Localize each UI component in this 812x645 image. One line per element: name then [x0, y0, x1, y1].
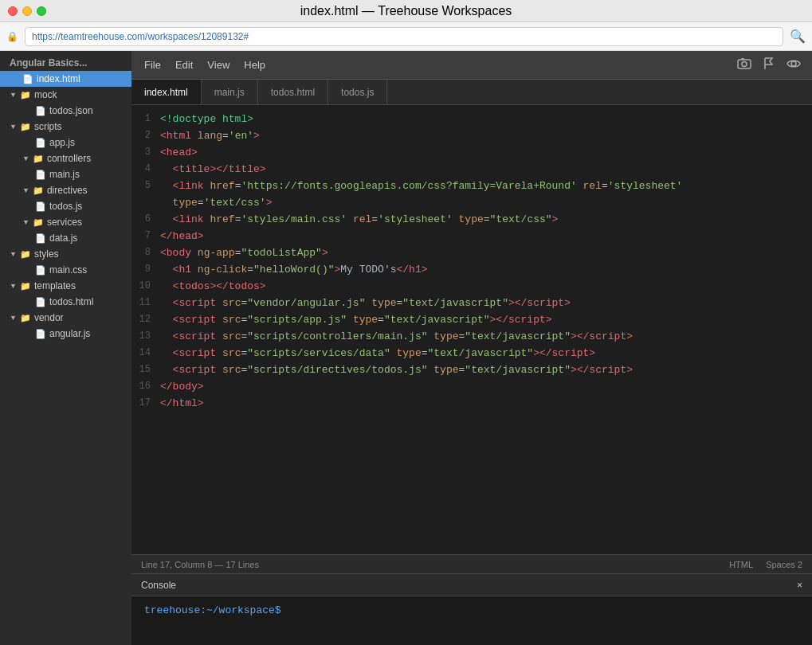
file-icon: 📄: [35, 170, 46, 180]
tab-todos-js[interactable]: todos.js: [328, 80, 387, 104]
sidebar-label: main.js: [49, 169, 80, 180]
console-prompt: treehouse:~/workspace$: [144, 604, 281, 616]
line-number: 12: [131, 312, 160, 327]
url-text: https://teamtreehouse.com/workspaces/120…: [32, 31, 249, 42]
file-menu[interactable]: File: [138, 56, 167, 74]
sidebar-label: main.css: [49, 264, 87, 276]
preview-icon[interactable]: [782, 55, 806, 76]
spaces-indicator: Spaces 2: [766, 560, 802, 569]
code-content: <script src="vendor/angular.js" type="te…: [160, 295, 812, 312]
help-menu[interactable]: Help: [237, 56, 272, 74]
code-line: 17 </html>: [131, 396, 812, 412]
code-line: 9 <h1 ng-click="helloWord()">My TODO's</…: [131, 262, 812, 279]
view-menu[interactable]: View: [201, 56, 236, 74]
code-content: <link href='https://fonts.googleapis.com…: [160, 178, 812, 212]
sidebar-item-index-html[interactable]: 📄 index.html: [0, 71, 131, 87]
sidebar-label: data.js: [49, 233, 77, 244]
file-icon: 📄: [35, 106, 46, 116]
tab-label: todos.js: [341, 87, 374, 98]
sidebar-label: mock: [34, 89, 57, 100]
file-icon: 📄: [35, 233, 46, 244]
sidebar-item-mock[interactable]: ▼ 📁 mock: [0, 87, 131, 103]
sidebar-label: angular.js: [49, 328, 90, 339]
line-number: 17: [131, 396, 160, 411]
arrow-icon: ▼: [10, 123, 17, 131]
sidebar-label: controllers: [47, 153, 91, 164]
tab-index-html[interactable]: index.html: [131, 80, 202, 104]
file-icon: 📄: [35, 201, 46, 212]
url-bar[interactable]: https://teamtreehouse.com/workspaces/120…: [25, 27, 783, 46]
file-icon: 📄: [22, 74, 33, 84]
sidebar-item-styles[interactable]: ▼ 📁 styles: [0, 246, 131, 262]
sidebar-item-vendor[interactable]: ▼ 📁 vendor: [0, 310, 131, 326]
traffic-lights: [8, 6, 46, 16]
sidebar-item-directives-todos-js[interactable]: 📄 todos.js: [0, 198, 131, 214]
code-content: <h1 ng-click="helloWord()">My TODO's</h1…: [160, 262, 812, 279]
sidebar-label: styles: [34, 248, 59, 260]
project-title-text: Angular Basics...: [10, 57, 87, 68]
sidebar-item-todos-json[interactable]: 📄 todos.json: [0, 103, 131, 119]
folder-icon: 📁: [20, 90, 31, 100]
sidebar-item-controllers[interactable]: ▼ 📁 controllers: [0, 150, 131, 166]
code-content: <html lang='en'>: [160, 128, 812, 145]
code-content: <script src="scripts/controllers/main.js…: [160, 329, 812, 346]
console-area: Console × treehouse:~/workspace$: [131, 573, 812, 645]
tab-label: index.html: [144, 87, 188, 98]
tab-todos-html[interactable]: todos.html: [258, 80, 328, 104]
sidebar-item-main-js[interactable]: 📄 main.js: [0, 166, 131, 182]
sidebar-item-templates[interactable]: ▼ 📁 templates: [0, 278, 131, 294]
code-content: <script src="scripts/directives/todos.js…: [160, 362, 812, 379]
search-icon[interactable]: 🔍: [790, 29, 806, 44]
cursor-position: Line 17, Column 8 — 17 Lines: [141, 560, 259, 569]
svg-point-3: [791, 61, 796, 66]
file-icon: 📄: [35, 329, 46, 339]
sidebar-item-services[interactable]: ▼ 📁 services: [0, 214, 131, 230]
line-number: 14: [131, 346, 160, 361]
minimize-button[interactable]: [22, 6, 32, 16]
code-content: <link href='styles/main.css' rel='styles…: [160, 212, 812, 229]
tab-main-js[interactable]: main.js: [202, 80, 258, 104]
console-close-button[interactable]: ×: [797, 580, 802, 591]
titlebar: index.html — Treehouse Workspaces: [0, 0, 812, 22]
svg-point-1: [742, 61, 747, 66]
sidebar-label: vendor: [34, 312, 64, 323]
sidebar-label: index.html: [37, 73, 80, 84]
arrow-icon: ▼: [10, 314, 17, 322]
file-icon: 📄: [35, 297, 46, 307]
lock-icon: 🔒: [6, 31, 18, 42]
code-line: 12 <script src="scripts/app.js" type="te…: [131, 312, 812, 329]
code-line: 4 <title></title>: [131, 162, 812, 178]
code-line: 1 <!doctype html>: [131, 111, 812, 128]
flag-icon[interactable]: [758, 54, 780, 76]
sidebar-item-scripts[interactable]: ▼ 📁 scripts: [0, 119, 131, 135]
sidebar-item-directives[interactable]: ▼ 📁 directives: [0, 182, 131, 198]
sidebar-label: scripts: [34, 121, 62, 132]
sidebar-item-main-css[interactable]: 📄 main.css: [0, 262, 131, 278]
line-number: 13: [131, 329, 160, 344]
line-number: 2: [131, 128, 160, 143]
arrow-icon: ▼: [10, 282, 17, 290]
arrow-icon: ▼: [22, 186, 29, 194]
tab-label: todos.html: [271, 87, 315, 98]
folder-icon: 📁: [20, 281, 31, 291]
arrow-icon: ▼: [22, 154, 29, 162]
sidebar-item-app-js[interactable]: 📄 app.js: [0, 135, 131, 150]
fullscreen-button[interactable]: [37, 6, 46, 16]
svg-rect-2: [741, 58, 744, 60]
console-header: Console ×: [131, 574, 812, 596]
sidebar-item-angular-js[interactable]: 📄 angular.js: [0, 326, 131, 342]
code-editor[interactable]: 1 <!doctype html> 2 <html lang='en'> 3 <…: [131, 105, 812, 554]
editor-content-area: 1 <!doctype html> 2 <html lang='en'> 3 <…: [131, 105, 812, 573]
code-content: <script src="scripts/app.js" type="text/…: [160, 312, 812, 329]
project-title[interactable]: Angular Basics...: [0, 51, 131, 71]
console-label: Console: [141, 580, 176, 591]
edit-menu[interactable]: Edit: [169, 56, 199, 74]
line-number: 4: [131, 162, 160, 177]
addressbar: 🔒 https://teamtreehouse.com/workspaces/1…: [0, 22, 812, 51]
sidebar-item-data-js[interactable]: 📄 data.js: [0, 230, 131, 246]
sidebar-item-templates-todos-html[interactable]: 📄 todos.html: [0, 294, 131, 310]
code-line: 6 <link href='styles/main.css' rel='styl…: [131, 212, 812, 229]
arrow-icon: ▼: [22, 218, 29, 226]
close-button[interactable]: [8, 6, 18, 16]
screenshot-icon[interactable]: [732, 54, 756, 76]
